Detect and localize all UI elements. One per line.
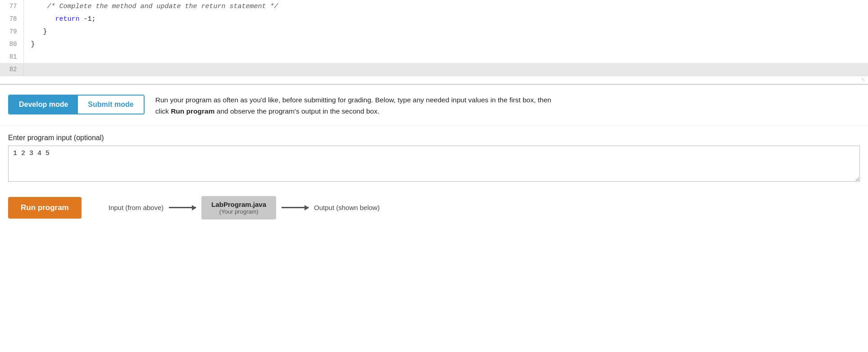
line-content[interactable]: }	[23, 25, 868, 38]
description-text-after: and observe the program's output in the …	[214, 107, 379, 115]
code-line-row: 78 return -1;	[0, 13, 868, 25]
code-line-row: 77 /* Complete the method and update the…	[0, 0, 868, 13]
line-content[interactable]: }	[23, 38, 868, 50]
flow-arrow-1	[169, 207, 196, 208]
code-line-row: 79 }	[0, 25, 868, 38]
flow-program-title: LabProgram.java	[211, 201, 266, 208]
develop-mode-button[interactable]: Develop mode	[9, 96, 78, 114]
arrow-line-2	[282, 207, 309, 208]
line-content[interactable]	[23, 63, 868, 76]
line-number: 80	[0, 38, 23, 50]
code-table: 77 /* Complete the method and update the…	[0, 0, 868, 76]
arrow-line-1	[169, 207, 196, 208]
input-label: Enter program input (optional)	[8, 134, 860, 142]
run-section: Run program Input (from above) LabProgra…	[0, 188, 868, 228]
line-number: 79	[0, 25, 23, 38]
code-line-row: 82	[0, 63, 868, 76]
flow-output-label: Output (shown below)	[314, 204, 380, 211]
submit-mode-button[interactable]: Submit mode	[78, 96, 143, 114]
flow-program-sub: (Your program)	[211, 208, 266, 215]
mode-section: Develop mode Submit mode Run your progra…	[0, 85, 868, 126]
program-input[interactable]	[8, 146, 860, 182]
line-number: 77	[0, 0, 23, 13]
resize-handle: ⤡	[0, 76, 868, 84]
description-bold: Run program	[171, 107, 214, 115]
line-number: 82	[0, 63, 23, 76]
mode-buttons: Develop mode Submit mode	[8, 95, 145, 114]
mode-description: Run your program as often as you'd like,…	[155, 95, 561, 117]
run-program-button[interactable]: Run program	[8, 197, 82, 219]
code-editor: 77 /* Complete the method and update the…	[0, 0, 868, 85]
flow-arrow-2	[282, 207, 309, 208]
flow-diagram: Input (from above) LabProgram.java (Your…	[109, 196, 380, 219]
flow-input-label: Input (from above)	[109, 204, 164, 211]
line-content[interactable]: /* Complete the method and update the re…	[23, 0, 868, 13]
line-content[interactable]: return -1;	[23, 13, 868, 25]
code-line-row: 80}	[0, 38, 868, 50]
line-number: 78	[0, 13, 23, 25]
input-section: Enter program input (optional)	[0, 126, 868, 188]
code-line-row: 81	[0, 50, 868, 63]
line-content[interactable]	[23, 50, 868, 63]
line-number: 81	[0, 50, 23, 63]
flow-program-box: LabProgram.java (Your program)	[201, 196, 276, 219]
